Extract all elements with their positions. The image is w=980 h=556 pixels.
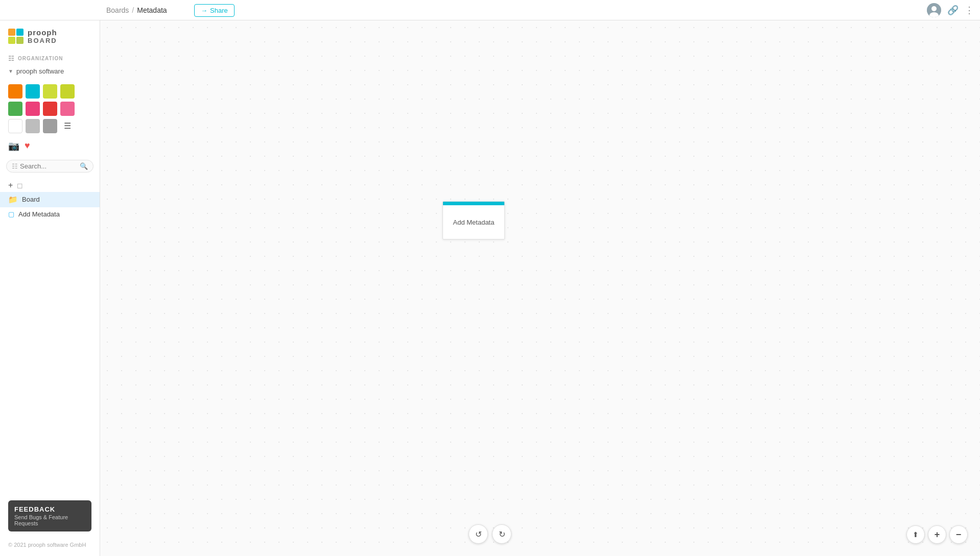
media-row: 📷 ♥ <box>0 138 100 156</box>
undo-button[interactable]: ↺ <box>469 524 488 544</box>
swatches-row-2 <box>8 102 91 116</box>
logo-sq-lime <box>8 37 15 44</box>
org-section: ☷ ORGANIZATION <box>0 51 100 64</box>
canvas-card[interactable]: Add Metadata <box>442 201 505 239</box>
zoom-out-button[interactable]: − <box>949 525 968 544</box>
avatar[interactable] <box>927 3 941 17</box>
zoom-in-icon: + <box>935 529 940 540</box>
sidebar-spacer <box>0 223 100 494</box>
card-top-bar <box>443 202 504 205</box>
board-nav: + ◻ 📁 Board ▢ Add Metadata <box>0 177 100 223</box>
top-header: Boards / Metadata → Share 🔗 ⋮ <box>0 0 980 20</box>
svg-point-1 <box>931 6 937 11</box>
logo-prooph: prooph <box>28 29 57 37</box>
copy-board-button[interactable]: ◻ <box>17 181 23 189</box>
card-label: Add Metadata <box>453 219 495 226</box>
chevron-down-icon: ▼ <box>8 68 13 74</box>
search-input[interactable] <box>20 162 78 170</box>
org-label-text: ORGANIZATION <box>18 56 63 61</box>
heart-icon[interactable]: ♥ <box>25 140 30 151</box>
filter-icon[interactable]: ☷ <box>12 162 18 170</box>
search-icon[interactable]: 🔍 <box>80 162 88 170</box>
org-label: ☷ ORGANIZATION <box>8 55 91 62</box>
image-icon[interactable]: 📷 <box>8 140 19 152</box>
swatch-orange[interactable] <box>8 84 22 99</box>
feedback-button[interactable]: FEEDBACK Send Bugs & Feature Requests <box>8 500 91 531</box>
breadcrumb-separator: / <box>132 6 134 14</box>
zoom-out-icon: − <box>956 529 962 540</box>
main-layout: prooph BOARD ☷ ORGANIZATION ▼ prooph sof… <box>0 20 980 556</box>
nav-board-label: Board <box>22 196 40 203</box>
add-board-button[interactable]: + <box>8 181 13 190</box>
folder-icon: 📁 <box>8 195 18 204</box>
nav-add-metadata-label: Add Metadata <box>18 210 60 218</box>
feedback-title: FEEDBACK <box>14 505 85 513</box>
feedback-area: FEEDBACK Send Bugs & Feature Requests <box>0 494 100 538</box>
link-icon[interactable]: 🔗 <box>947 5 959 16</box>
swatch-red[interactable] <box>43 102 57 116</box>
board-actions: + ◻ <box>0 179 100 192</box>
logo-board: BOARD <box>28 37 57 44</box>
feedback-sub: Send Bugs & Feature Requests <box>14 514 85 526</box>
card-body: Add Metadata <box>443 205 504 239</box>
redo-button[interactable]: ↻ <box>492 524 511 544</box>
breadcrumb-current: Metadata <box>137 6 167 14</box>
sidebar: prooph BOARD ☷ ORGANIZATION ▼ prooph sof… <box>0 20 100 556</box>
swatches-row-3: ☰ <box>8 119 91 133</box>
share-label: Share <box>210 7 228 14</box>
bottom-toolbar: ↺ ↻ <box>469 524 511 544</box>
swatch-light-gray[interactable] <box>26 119 40 133</box>
share-button[interactable]: → Share <box>194 4 235 17</box>
logo-sq-cyan <box>16 29 24 36</box>
share-icon: → <box>201 7 207 14</box>
search-box: ☷ 🔍 <box>6 160 94 173</box>
cursor-tool-button[interactable]: ⬆ <box>906 525 925 544</box>
board-icon: ▢ <box>8 210 14 218</box>
breadcrumb-boards[interactable]: Boards <box>106 6 129 14</box>
more-options-icon[interactable]: ⋮ <box>965 5 974 16</box>
logo-sq-orange <box>8 29 15 36</box>
org-icon: ☷ <box>8 55 15 62</box>
menu-icon[interactable]: ☰ <box>60 119 75 133</box>
logo-area: prooph BOARD <box>0 20 100 51</box>
undo-icon: ↺ <box>475 529 482 539</box>
swatches-row-1 <box>8 84 91 99</box>
swatch-white[interactable] <box>8 119 22 133</box>
cursor-icon: ⬆ <box>913 530 919 539</box>
swatch-cyan[interactable] <box>26 84 40 99</box>
logo-sq-yellow-green <box>16 37 24 44</box>
swatch-pink[interactable] <box>26 102 40 116</box>
swatches-area: ☰ <box>0 78 100 138</box>
org-name: prooph software <box>16 67 64 75</box>
sidebar-item-add-metadata[interactable]: ▢ Add Metadata <box>0 207 100 221</box>
search-area: ☷ 🔍 <box>0 156 100 177</box>
canvas-area[interactable]: Add Metadata <box>100 20 980 556</box>
copyright: © 2021 prooph software GmbH <box>0 538 100 548</box>
redo-icon: ↻ <box>499 529 505 539</box>
swatch-light-pink[interactable] <box>60 102 75 116</box>
header-right: 🔗 ⋮ <box>927 3 974 17</box>
org-item[interactable]: ▼ prooph software <box>0 64 100 78</box>
breadcrumb: Boards / Metadata <box>106 6 167 14</box>
swatch-yellow-green[interactable] <box>60 84 75 99</box>
swatch-lime[interactable] <box>43 84 57 99</box>
swatch-gray[interactable] <box>43 119 57 133</box>
swatch-green[interactable] <box>8 102 22 116</box>
zoom-in-button[interactable]: + <box>928 525 946 544</box>
sidebar-item-board[interactable]: 📁 Board <box>0 192 100 207</box>
logo-squares <box>8 29 24 44</box>
logo-text: prooph BOARD <box>28 29 57 44</box>
zoom-toolbar: ⬆ + − <box>906 525 968 544</box>
